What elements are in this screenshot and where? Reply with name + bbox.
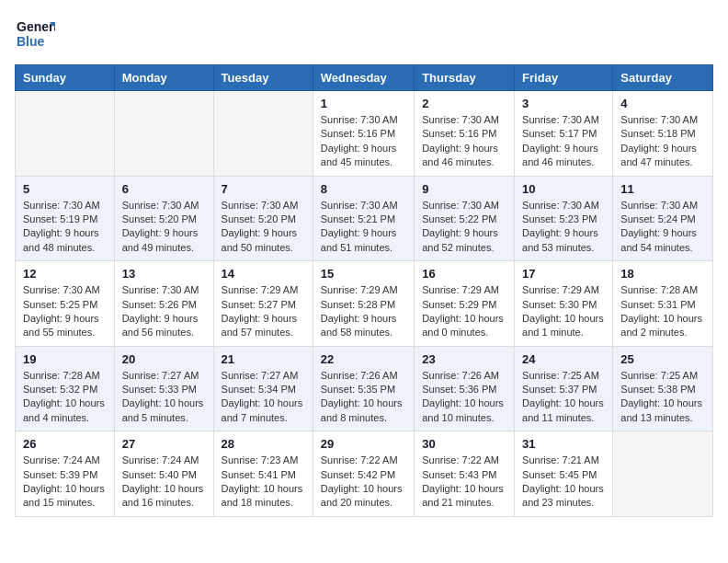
day-number: 24	[522, 352, 605, 366]
table-row: 21Sunrise: 7:27 AM Sunset: 5:34 PM Dayli…	[213, 346, 313, 431]
table-row: 12Sunrise: 7:30 AM Sunset: 5:25 PM Dayli…	[16, 261, 115, 347]
page-header: General Blue	[15, 15, 713, 55]
svg-text:General: General	[17, 19, 55, 34]
day-number: 9	[422, 182, 506, 196]
day-number: 29	[321, 437, 406, 451]
col-friday: Friday	[515, 65, 613, 91]
table-row: 15Sunrise: 7:29 AM Sunset: 5:28 PM Dayli…	[313, 261, 414, 347]
day-info: Sunrise: 7:21 AM Sunset: 5:45 PM Dayligh…	[522, 454, 605, 511]
day-number: 6	[122, 182, 206, 196]
table-row: 27Sunrise: 7:24 AM Sunset: 5:40 PM Dayli…	[114, 431, 213, 517]
table-row: 29Sunrise: 7:22 AM Sunset: 5:42 PM Dayli…	[313, 431, 414, 517]
table-row: 17Sunrise: 7:29 AM Sunset: 5:30 PM Dayli…	[515, 261, 613, 347]
table-row: 11Sunrise: 7:30 AM Sunset: 5:24 PM Dayli…	[613, 176, 713, 261]
day-number: 20	[122, 352, 206, 366]
day-info: Sunrise: 7:24 AM Sunset: 5:40 PM Dayligh…	[122, 454, 206, 511]
table-row: 16Sunrise: 7:29 AM Sunset: 5:29 PM Dayli…	[415, 261, 515, 347]
day-number: 5	[23, 182, 107, 196]
day-number: 22	[321, 352, 406, 366]
logo: General Blue	[15, 15, 55, 55]
table-row: 22Sunrise: 7:26 AM Sunset: 5:35 PM Dayli…	[313, 346, 414, 431]
table-row: 18Sunrise: 7:28 AM Sunset: 5:31 PM Dayli…	[613, 261, 713, 347]
day-info: Sunrise: 7:29 AM Sunset: 5:28 PM Dayligh…	[321, 283, 406, 340]
day-info: Sunrise: 7:25 AM Sunset: 5:38 PM Dayligh…	[620, 369, 705, 426]
table-row: 19Sunrise: 7:28 AM Sunset: 5:32 PM Dayli…	[16, 346, 115, 431]
calendar-week-3: 12Sunrise: 7:30 AM Sunset: 5:25 PM Dayli…	[16, 261, 713, 347]
table-row: 2Sunrise: 7:30 AM Sunset: 5:16 PM Daylig…	[415, 91, 515, 177]
table-row: 13Sunrise: 7:30 AM Sunset: 5:26 PM Dayli…	[114, 261, 213, 347]
day-info: Sunrise: 7:29 AM Sunset: 5:29 PM Dayligh…	[422, 283, 506, 340]
calendar-week-4: 19Sunrise: 7:28 AM Sunset: 5:32 PM Dayli…	[16, 346, 713, 431]
day-number: 30	[422, 437, 506, 451]
day-info: Sunrise: 7:24 AM Sunset: 5:39 PM Dayligh…	[23, 454, 107, 511]
calendar-week-2: 5Sunrise: 7:30 AM Sunset: 5:19 PM Daylig…	[16, 176, 713, 261]
day-number: 4	[620, 97, 705, 110]
day-number: 17	[522, 267, 605, 281]
day-info: Sunrise: 7:30 AM Sunset: 5:22 PM Dayligh…	[422, 199, 506, 256]
table-row: 23Sunrise: 7:26 AM Sunset: 5:36 PM Dayli…	[415, 346, 515, 431]
svg-text:Blue: Blue	[17, 34, 45, 49]
table-row: 8Sunrise: 7:30 AM Sunset: 5:21 PM Daylig…	[313, 176, 414, 261]
table-row: 28Sunrise: 7:23 AM Sunset: 5:41 PM Dayli…	[213, 431, 313, 517]
table-row: 30Sunrise: 7:22 AM Sunset: 5:43 PM Dayli…	[415, 431, 515, 517]
day-info: Sunrise: 7:28 AM Sunset: 5:31 PM Dayligh…	[620, 283, 705, 340]
day-info: Sunrise: 7:25 AM Sunset: 5:37 PM Dayligh…	[522, 369, 605, 426]
col-saturday: Saturday	[613, 65, 713, 91]
col-tuesday: Tuesday	[213, 65, 313, 91]
day-info: Sunrise: 7:26 AM Sunset: 5:35 PM Dayligh…	[321, 369, 406, 426]
day-info: Sunrise: 7:29 AM Sunset: 5:27 PM Dayligh…	[222, 283, 305, 340]
day-number: 21	[222, 352, 305, 366]
day-info: Sunrise: 7:27 AM Sunset: 5:33 PM Dayligh…	[122, 369, 206, 426]
day-number: 26	[23, 437, 107, 451]
day-number: 27	[122, 437, 206, 451]
day-number: 16	[422, 267, 506, 281]
day-number: 1	[321, 97, 406, 110]
day-info: Sunrise: 7:22 AM Sunset: 5:42 PM Dayligh…	[321, 454, 406, 511]
col-sunday: Sunday	[16, 65, 115, 91]
day-info: Sunrise: 7:30 AM Sunset: 5:16 PM Dayligh…	[321, 113, 406, 170]
day-number: 31	[522, 437, 605, 451]
day-number: 14	[222, 267, 305, 281]
day-info: Sunrise: 7:30 AM Sunset: 5:20 PM Dayligh…	[222, 199, 305, 256]
day-number: 10	[522, 182, 605, 196]
day-number: 25	[620, 352, 705, 366]
day-number: 19	[23, 352, 107, 366]
calendar-table: Sunday Monday Tuesday Wednesday Thursday…	[15, 64, 713, 517]
table-row	[613, 431, 713, 517]
day-number: 18	[620, 267, 705, 281]
day-info: Sunrise: 7:30 AM Sunset: 5:23 PM Dayligh…	[522, 199, 605, 256]
table-row: 4Sunrise: 7:30 AM Sunset: 5:18 PM Daylig…	[613, 91, 713, 177]
table-row: 3Sunrise: 7:30 AM Sunset: 5:17 PM Daylig…	[515, 91, 613, 177]
table-row: 14Sunrise: 7:29 AM Sunset: 5:27 PM Dayli…	[213, 261, 313, 347]
table-row: 20Sunrise: 7:27 AM Sunset: 5:33 PM Dayli…	[114, 346, 213, 431]
day-number: 15	[321, 267, 406, 281]
day-info: Sunrise: 7:30 AM Sunset: 5:19 PM Dayligh…	[23, 199, 107, 256]
calendar-header-row: Sunday Monday Tuesday Wednesday Thursday…	[16, 65, 713, 91]
table-row: 25Sunrise: 7:25 AM Sunset: 5:38 PM Dayli…	[613, 346, 713, 431]
table-row: 10Sunrise: 7:30 AM Sunset: 5:23 PM Dayli…	[515, 176, 613, 261]
logo-icon: General Blue	[15, 15, 55, 55]
table-row	[213, 91, 313, 177]
day-info: Sunrise: 7:30 AM Sunset: 5:24 PM Dayligh…	[620, 199, 705, 256]
table-row: 7Sunrise: 7:30 AM Sunset: 5:20 PM Daylig…	[213, 176, 313, 261]
table-row	[16, 91, 115, 177]
day-info: Sunrise: 7:23 AM Sunset: 5:41 PM Dayligh…	[222, 454, 305, 511]
table-row: 1Sunrise: 7:30 AM Sunset: 5:16 PM Daylig…	[313, 91, 414, 177]
day-info: Sunrise: 7:30 AM Sunset: 5:26 PM Dayligh…	[122, 283, 206, 340]
day-info: Sunrise: 7:30 AM Sunset: 5:21 PM Dayligh…	[321, 199, 406, 256]
day-number: 11	[620, 182, 705, 196]
day-info: Sunrise: 7:22 AM Sunset: 5:43 PM Dayligh…	[422, 454, 506, 511]
day-number: 28	[222, 437, 305, 451]
day-info: Sunrise: 7:29 AM Sunset: 5:30 PM Dayligh…	[522, 283, 605, 340]
day-number: 3	[522, 97, 605, 110]
day-info: Sunrise: 7:30 AM Sunset: 5:20 PM Dayligh…	[122, 199, 206, 256]
day-info: Sunrise: 7:28 AM Sunset: 5:32 PM Dayligh…	[23, 369, 107, 426]
table-row: 5Sunrise: 7:30 AM Sunset: 5:19 PM Daylig…	[16, 176, 115, 261]
day-number: 7	[222, 182, 305, 196]
day-info: Sunrise: 7:30 AM Sunset: 5:17 PM Dayligh…	[522, 113, 605, 170]
day-info: Sunrise: 7:30 AM Sunset: 5:18 PM Dayligh…	[620, 113, 705, 170]
day-info: Sunrise: 7:27 AM Sunset: 5:34 PM Dayligh…	[222, 369, 305, 426]
table-row: 31Sunrise: 7:21 AM Sunset: 5:45 PM Dayli…	[515, 431, 613, 517]
day-number: 8	[321, 182, 406, 196]
col-monday: Monday	[114, 65, 213, 91]
